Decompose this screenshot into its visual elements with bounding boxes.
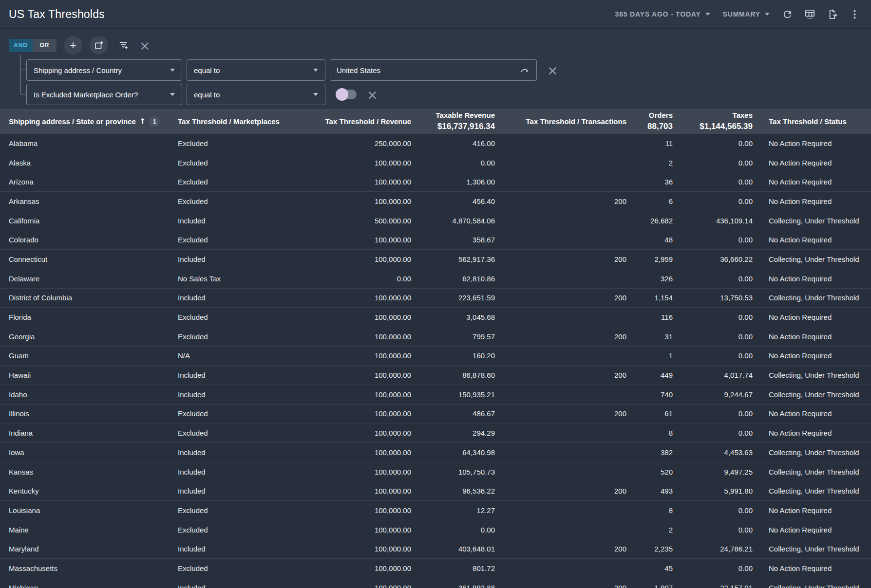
toolbar: 365 DAYS AGO - TODAY SUMMARY [610, 4, 864, 24]
filter-operator-select[interactable]: equal to [187, 84, 325, 105]
table-view-button[interactable] [800, 4, 819, 24]
title-bar: US Tax Thresholds 365 DAYS AGO - TODAY S… [0, 0, 871, 29]
table-row[interactable]: KansasIncluded100,000.00105,750.735209,4… [0, 462, 871, 482]
filter-value-text: United States [337, 66, 380, 74]
cell-state: Kansas [0, 468, 178, 476]
saved-filters-button[interactable] [115, 37, 132, 54]
cell-state: Guam [0, 351, 178, 360]
cell-taxes: 0.00 [677, 332, 757, 341]
cell-marketplaces: Excluded [178, 178, 283, 186]
column-header-threshold-transactions[interactable]: Tax Threshold / Transactions [499, 117, 630, 126]
table-row[interactable]: DelawareNo Sales Tax0.0062,810.863260.00… [0, 269, 871, 289]
table-row[interactable]: LouisianaExcluded100,000.0012.2780.00No … [0, 501, 871, 520]
table-row[interactable]: IndianaExcluded100,000.00294.2980.00No A… [0, 423, 871, 443]
cell-threshold-revenue: 100,000.00 [283, 468, 415, 476]
table-row[interactable]: MaineExcluded100,000.000.0020.00No Actio… [0, 520, 871, 540]
clear-filters-button[interactable]: × [139, 39, 151, 52]
date-range-selector[interactable]: 365 DAYS AGO - TODAY [610, 6, 715, 22]
table-row[interactable]: KentuckyIncluded100,000.0096,536.2220049… [0, 481, 871, 501]
redo-icon[interactable] [519, 65, 530, 75]
cell-threshold-revenue: 100,000.00 [283, 197, 415, 205]
cell-status: No Action Required [757, 275, 871, 283]
cell-threshold-revenue: 100,000.00 [283, 506, 415, 514]
table-row[interactable]: GeorgiaExcluded100,000.00799.57200310.00… [0, 327, 871, 347]
table-row[interactable]: IdahoIncluded100,000.00150,935.217409,24… [0, 385, 871, 404]
cell-threshold-transactions: 200 [499, 584, 630, 588]
table-row[interactable]: AlaskaExcluded100,000.000.0020.00No Acti… [0, 153, 871, 173]
table-row[interactable]: IllinoisExcluded100,000.00486.67200610.0… [0, 404, 871, 424]
cell-taxes: 0.00 [677, 139, 757, 147]
column-header-threshold-revenue[interactable]: Tax Threshold / Revenue [283, 117, 415, 126]
logic-or-button[interactable]: OR [33, 39, 57, 52]
logic-and-button[interactable]: AND [9, 39, 33, 52]
column-header-status[interactable]: Tax Threshold / Status [757, 117, 871, 126]
table-row[interactable]: MarylandIncluded100,000.00403,648.012002… [0, 539, 871, 559]
table-row[interactable]: ArizonaExcluded100,000.001,306.00360.00N… [0, 172, 871, 192]
cell-taxable-revenue: 0.00 [415, 526, 499, 534]
filter-field-select[interactable]: Shipping address / Country [26, 59, 182, 81]
table-row[interactable]: District of ColumbiaIncluded100,000.0022… [0, 289, 871, 308]
cell-orders: 6 [630, 197, 677, 205]
table-row[interactable]: FloridaExcluded100,000.003,045.681160.00… [0, 308, 871, 327]
view-mode-selector[interactable]: SUMMARY [718, 6, 775, 22]
cell-state: Kentucky [0, 487, 178, 495]
table-row[interactable]: HawaiiIncluded100,000.0086,878.602004494… [0, 366, 871, 385]
column-header-taxes[interactable]: Taxes$1,144,565.39 [677, 111, 757, 131]
table-row[interactable]: ConnecticutIncluded100,000.00562,917.362… [0, 250, 871, 269]
cell-status: No Action Required [757, 236, 871, 244]
refresh-button[interactable] [777, 4, 797, 24]
filter-value-input[interactable]: United States [330, 59, 537, 81]
cell-taxable-revenue: 150,935.21 [415, 390, 499, 399]
table-row[interactable]: AlabamaExcluded250,000.00416.00110.00No … [0, 134, 871, 153]
table-row[interactable]: ArkansasExcluded100,000.00456.4020060.00… [0, 192, 871, 211]
table-row[interactable]: MassachusettsExcluded100,000.00801.72450… [0, 559, 871, 578]
chevron-down-icon [705, 13, 710, 16]
cell-marketplaces: Excluded [178, 236, 283, 244]
column-header-orders[interactable]: Orders88,703 [630, 111, 677, 131]
kebab-menu-button[interactable] [845, 4, 864, 24]
column-header-state[interactable]: Shipping address / State or province↑1 [0, 116, 178, 127]
filter-operator-select[interactable]: equal to [187, 59, 325, 81]
cell-status: Collecting, Under Threshold [757, 468, 871, 476]
cell-threshold-revenue: 100,000.00 [283, 487, 415, 495]
cell-state: Delaware [0, 275, 178, 283]
cell-threshold-revenue: 100,000.00 [283, 178, 415, 186]
cell-state: Michigan [0, 584, 178, 588]
table-row[interactable]: MichiganIncluded100,000.00361,992.882001… [0, 578, 871, 588]
cell-threshold-revenue: 100,000.00 [283, 294, 415, 302]
table-row[interactable]: CaliforniaIncluded500,000.004,870,584.06… [0, 211, 871, 231]
cell-orders: 449 [630, 371, 677, 379]
filter-boolean-toggle[interactable] [337, 90, 357, 99]
cell-marketplaces: Included [178, 487, 283, 495]
column-header-marketplaces[interactable]: Tax Threshold / Marketplaces [178, 117, 283, 126]
cell-marketplaces: Excluded [178, 313, 283, 321]
table-row[interactable]: GuamN/A100,000.00160.2010.00No Action Re… [0, 347, 871, 366]
add-filter-button[interactable]: + [64, 36, 82, 55]
cell-status: No Action Required [757, 409, 871, 418]
cell-orders: 493 [630, 487, 677, 495]
table-row[interactable]: ColoradoExcluded100,000.00358.67480.00No… [0, 230, 871, 250]
cell-taxes: 9,497.25 [677, 468, 757, 476]
cell-threshold-transactions: 200 [499, 197, 630, 205]
chevron-down-icon [313, 69, 318, 72]
cell-status: No Action Required [757, 526, 871, 534]
cell-threshold-revenue: 100,000.00 [283, 236, 415, 244]
column-header-taxable-revenue[interactable]: Taxable Revenue$16,737,916.34 [415, 111, 499, 131]
filter-field-select[interactable]: Is Excluded Marketplace Order? [26, 84, 182, 105]
column-total-taxable-revenue: $16,737,916.34 [415, 122, 495, 131]
add-group-icon [94, 40, 104, 50]
cell-orders: 1,907 [630, 584, 677, 588]
cell-threshold-revenue: 100,000.00 [283, 564, 415, 572]
cell-state: Alabama [0, 139, 178, 147]
cell-threshold-revenue: 100,000.00 [283, 429, 415, 437]
remove-filter-button[interactable]: × [547, 64, 558, 77]
cell-taxes: 4,017.74 [677, 371, 757, 379]
filter-rows: Shipping address / Country equal to Unit… [9, 59, 871, 105]
cell-orders: 61 [630, 409, 677, 418]
cell-state: Colorado [0, 236, 178, 244]
cell-marketplaces: Excluded [178, 506, 283, 514]
add-filter-group-button[interactable] [90, 36, 108, 55]
remove-filter-button[interactable]: × [367, 88, 378, 101]
export-button[interactable] [822, 4, 842, 24]
table-row[interactable]: IowaIncluded100,000.0064,340.983824,453.… [0, 443, 871, 462]
